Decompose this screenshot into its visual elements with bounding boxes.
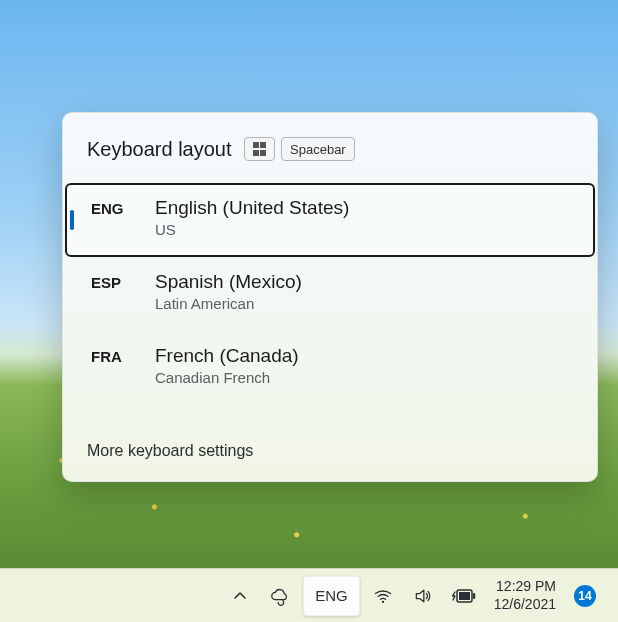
windows-key-icon — [244, 137, 276, 161]
layout-subname: Latin American — [155, 295, 302, 312]
wifi-tray-button[interactable] — [366, 576, 400, 616]
onedrive-tray-button[interactable] — [263, 576, 297, 616]
layout-subname: US — [155, 221, 349, 238]
layout-item-fra[interactable]: FRA French (Canada) Canadian French — [65, 331, 595, 405]
layout-name: Spanish (Mexico) — [155, 271, 302, 293]
tray-overflow-button[interactable] — [223, 576, 257, 616]
taskbar-date: 12/6/2021 — [494, 596, 556, 614]
flyout-title: Keyboard layout — [87, 138, 232, 161]
svg-rect-2 — [459, 592, 470, 600]
notification-center-button[interactable]: 14 — [568, 576, 602, 616]
taskbar-clock[interactable]: 12:29 PM 12/6/2021 — [488, 578, 562, 613]
cloud-sync-icon — [269, 585, 291, 607]
input-indicator-label: ENG — [315, 587, 348, 604]
layout-code: ESP — [91, 271, 133, 291]
notification-count-badge: 14 — [574, 585, 596, 607]
more-keyboard-settings[interactable]: More keyboard settings — [63, 421, 597, 481]
layout-code: FRA — [91, 345, 133, 365]
svg-point-0 — [382, 600, 384, 602]
layout-item-eng[interactable]: ENG English (United States) US — [65, 183, 595, 257]
layout-item-esp[interactable]: ESP Spanish (Mexico) Latin American — [65, 257, 595, 331]
layout-name: English (United States) — [155, 197, 349, 219]
keyboard-layout-flyout: Keyboard layout Spacebar ENG English (Un… — [62, 112, 598, 482]
spacebar-key: Spacebar — [281, 137, 355, 161]
svg-rect-3 — [473, 593, 475, 599]
layout-name: French (Canada) — [155, 345, 299, 367]
layout-list: ENG English (United States) US ESP Spani… — [63, 179, 597, 421]
more-keyboard-settings-link[interactable]: More keyboard settings — [87, 442, 253, 460]
layout-subname: Canadian French — [155, 369, 299, 386]
taskbar-time: 12:29 PM — [496, 578, 556, 596]
volume-tray-button[interactable] — [406, 576, 440, 616]
flyout-header: Keyboard layout Spacebar — [63, 131, 597, 179]
layout-code: ENG — [91, 197, 133, 217]
input-indicator-button[interactable]: ENG — [303, 576, 360, 616]
taskbar: ENG 12:29 PM 12/6/2021 14 — [0, 568, 618, 622]
shortcut-hint: Spacebar — [244, 137, 355, 161]
wifi-icon — [373, 586, 393, 606]
battery-tray-button[interactable] — [446, 576, 482, 616]
speaker-icon — [413, 586, 433, 606]
battery-charging-icon — [452, 588, 476, 604]
chevron-up-icon — [233, 589, 247, 603]
